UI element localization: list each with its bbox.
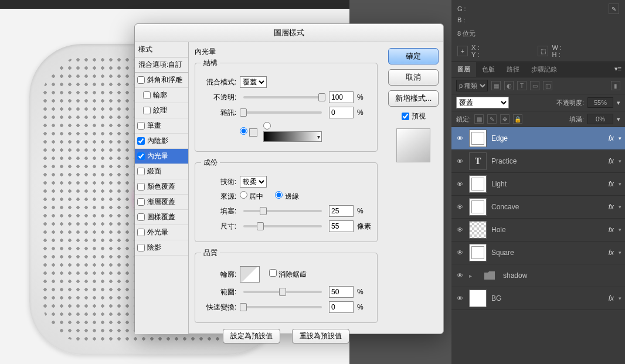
fx-badge[interactable]: fx [609,226,614,234]
bevel-checkbox[interactable] [137,76,145,84]
panel-menu-icon[interactable]: ▾≡ [611,62,625,77]
style-color-overlay[interactable]: 顏色覆蓋 [135,179,188,195]
lock-transparent-icon[interactable]: ▦ [474,114,484,124]
style-satin[interactable]: 緞面 [135,164,188,179]
chevron-down-icon[interactable]: ▾ [619,158,621,164]
layer-row-practice[interactable]: 👁 T Practice fx ▾ [451,150,625,173]
outerglow-checkbox[interactable] [137,229,145,236]
size-input[interactable] [329,220,354,232]
layer-row-bg[interactable]: 👁 BG fx ▾ [451,287,625,310]
style-pattern-overlay[interactable]: 圖樣覆蓋 [135,210,188,225]
style-gradient-overlay[interactable]: 漸層覆蓋 [135,195,188,210]
layer-thumb[interactable] [469,290,487,307]
innerglow-checkbox[interactable] [137,152,145,160]
styles-header[interactable]: 樣式 [135,42,188,57]
blend-options-header[interactable]: 混合選項:自訂 [135,57,188,73]
visibility-icon[interactable]: 👁 [455,158,464,165]
texture-checkbox[interactable] [143,107,151,114]
technique-select[interactable]: 較柔 [240,176,267,188]
antialias-check[interactable]: 消除鋸齒 [269,269,307,280]
style-contour[interactable]: 輪廓 [135,88,188,103]
jitter-input[interactable] [329,301,354,313]
ok-button[interactable]: 確定 [388,48,439,64]
chevron-down-icon[interactable]: ▾ [619,227,621,233]
chevron-down-icon[interactable]: ▾ [619,204,621,210]
lock-all-icon[interactable]: 🔒 [513,114,522,124]
noise-input[interactable] [329,107,354,118]
make-default-button[interactable]: 設定為預設值 [223,329,280,343]
range-slider[interactable] [243,291,322,293]
range-input[interactable] [329,286,354,298]
style-stroke[interactable]: 筆畫 [135,118,188,134]
glow-gradient-swatch[interactable] [263,131,322,142]
layer-row-hole[interactable]: 👁 Hole fx ▾ [451,219,625,241]
glow-color-swatch[interactable] [249,128,257,137]
opacity-slider[interactable] [243,96,322,98]
fx-badge[interactable]: fx [609,134,614,142]
layer-thumb[interactable] [469,175,487,193]
layer-row-light[interactable]: 👁 Light fx ▾ [451,173,625,196]
layer-thumb[interactable]: T [469,152,487,170]
tab-history[interactable]: 步驟記錄 [525,62,563,77]
source-edge-radio[interactable]: 邊緣 [275,191,298,202]
fx-badge[interactable]: fx [609,249,614,257]
tab-layers[interactable]: 圖層 [451,62,476,77]
style-bevel[interactable]: 斜角和浮雕 [135,73,188,88]
satin-checkbox[interactable] [137,168,145,175]
visibility-icon[interactable]: 👁 [455,272,464,279]
layer-thumb[interactable] [469,198,487,216]
layer-row-square[interactable]: 👁 Square fx ▾ [451,241,625,264]
filter-smart-icon[interactable]: ◫ [543,81,552,90]
layer-row-concave[interactable]: 👁 Concave fx ▾ [451,196,625,219]
visibility-icon[interactable]: 👁 [455,295,464,302]
stroke-checkbox[interactable] [137,122,145,130]
filter-shape-icon[interactable]: ▭ [530,81,539,90]
choke-slider[interactable] [243,210,322,212]
chevron-down-icon[interactable]: ▾ [619,135,621,141]
style-inner-glow[interactable]: 內光暈 [135,149,188,164]
filter-pixel-icon[interactable]: ▦ [491,81,501,90]
kind-filter-select[interactable]: p 種類 [456,80,488,91]
chevron-down-icon[interactable]: ▾ [619,181,621,187]
fill-input[interactable] [587,114,613,124]
opacity-dropdown-icon[interactable]: ▾ [617,99,620,107]
fx-badge[interactable]: fx [609,203,614,211]
dropshadow-checkbox[interactable] [137,244,145,251]
folder-icon[interactable] [481,267,498,284]
lock-position-icon[interactable]: ✥ [500,114,509,124]
lock-pixels-icon[interactable]: ✎ [487,114,497,124]
filter-type-icon[interactable]: T [517,81,527,90]
fx-badge[interactable]: fx [609,180,614,188]
visibility-icon[interactable]: 👁 [455,249,464,256]
layer-thumb[interactable] [469,130,487,147]
contour-checkbox[interactable] [143,91,151,99]
visibility-icon[interactable]: 👁 [455,203,464,210]
style-outer-glow[interactable]: 外光暈 [135,225,188,240]
layer-blendmode-select[interactable]: 覆蓋 [456,97,509,108]
patternoverlay-checkbox[interactable] [137,213,145,221]
visibility-icon[interactable]: 👁 [455,181,464,188]
layer-row-shadow[interactable]: 👁 ▸ shadow [451,264,625,287]
opacity-input[interactable] [329,91,354,103]
tab-paths[interactable]: 路徑 [501,62,525,77]
coloroverlay-checkbox[interactable] [137,183,145,190]
choke-input[interactable] [329,205,354,217]
style-inner-shadow[interactable]: 內陰影 [135,134,188,149]
style-drop-shadow[interactable]: 陰影 [135,240,188,256]
style-texture[interactable]: 紋理 [135,103,188,118]
layer-row-edge[interactable]: 👁 Edge fx ▾ [451,127,625,150]
visibility-icon[interactable]: 👁 [455,226,464,233]
filter-toggle-icon[interactable]: ▮ [611,81,620,90]
gradient-radio[interactable] [263,122,322,142]
source-center-radio[interactable]: 居中 [240,191,263,202]
jitter-slider[interactable] [243,306,322,308]
size-slider[interactable] [243,225,322,227]
tab-channels[interactable]: 色版 [476,62,501,77]
fx-badge[interactable]: fx [609,157,614,165]
contour-swatch[interactable] [240,266,260,283]
layer-thumb[interactable] [469,221,487,239]
chevron-down-icon[interactable]: ▾ [619,295,621,301]
preview-check[interactable]: 預視 [402,111,426,121]
layer-thumb[interactable] [469,244,487,261]
gradientoverlay-checkbox[interactable] [137,198,145,206]
